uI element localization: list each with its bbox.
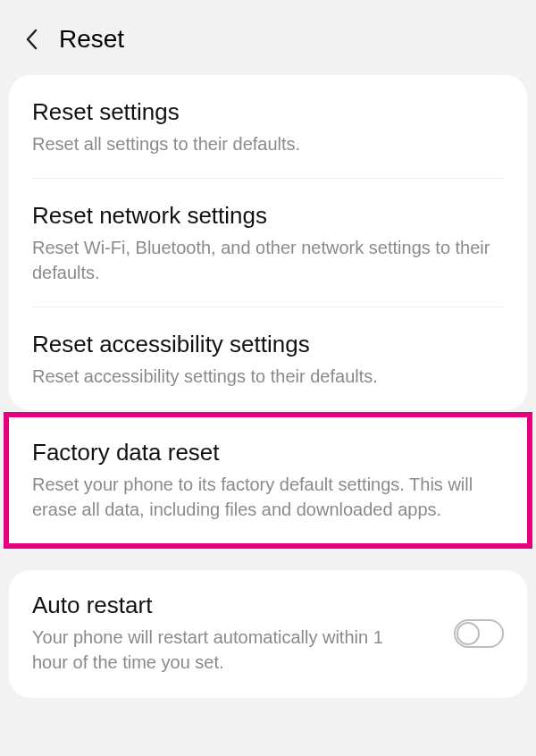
item-desc: Reset all settings to their defaults. (32, 131, 504, 156)
item-desc: Reset Wi-Fi, Bluetooth, and other networ… (32, 235, 504, 285)
back-icon[interactable] (23, 27, 39, 52)
item-desc: Your phone will restart automatically wi… (32, 625, 407, 675)
svg-point-1 (457, 623, 479, 644)
factory-data-reset-highlight: Factory data reset Reset your phone to i… (4, 412, 532, 549)
factory-data-reset-item[interactable]: Factory data reset Reset your phone to i… (9, 417, 527, 543)
item-title: Auto restart (32, 592, 440, 619)
reset-settings-item[interactable]: Reset settings Reset all settings to the… (9, 75, 527, 178)
auto-restart-toggle[interactable] (454, 619, 504, 648)
auto-restart-card: Auto restart Your phone will restart aut… (9, 570, 527, 698)
item-desc: Reset accessibility settings to their de… (32, 364, 504, 389)
reset-accessibility-settings-item[interactable]: Reset accessibility settings Reset acces… (9, 307, 527, 410)
item-title: Factory data reset (32, 439, 504, 466)
item-title: Reset network settings (32, 202, 504, 230)
auto-restart-text: Auto restart Your phone will restart aut… (32, 592, 440, 675)
reset-network-settings-item[interactable]: Reset network settings Reset Wi-Fi, Blue… (9, 179, 527, 307)
reset-card: Reset settings Reset all settings to the… (9, 75, 527, 410)
page-title: Reset (59, 25, 124, 54)
item-desc: Reset your phone to its factory default … (32, 472, 504, 522)
item-title: Reset accessibility settings (32, 331, 504, 358)
auto-restart-item[interactable]: Auto restart Your phone will restart aut… (9, 570, 527, 698)
page-header: Reset (0, 0, 536, 75)
item-title: Reset settings (32, 98, 504, 126)
